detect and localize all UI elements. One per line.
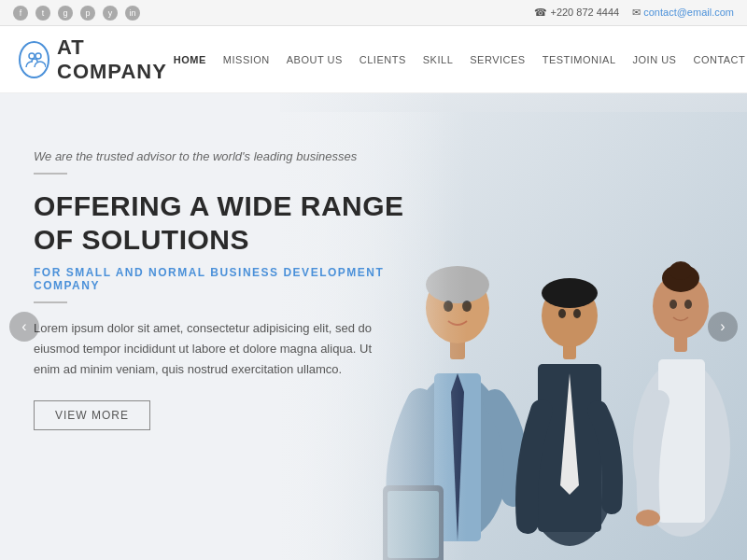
hero-description: Lorem ipsum dolor sit amet, consectetur … [34,318,379,380]
svg-point-30 [684,300,692,309]
carousel-prev-button[interactable]: ‹ [9,312,39,342]
svg-point-22 [573,309,581,318]
contact-info: ☎ +220 872 4444 ✉ contact@email.com [534,7,734,19]
svg-point-1 [35,53,41,59]
svg-point-21 [558,309,566,318]
email-link[interactable]: contact@email.com [643,7,734,18]
hero-tagline: We are the trusted advisor to the world'… [34,149,426,163]
nav-contact[interactable]: CONTACT [693,54,745,65]
nav-testimonial[interactable]: TESTIMONIAL [543,54,616,65]
carousel-next-button[interactable]: › [708,312,738,342]
nav-clients[interactable]: CLIENTS [359,54,406,65]
hero-content: We are the trusted advisor to the world'… [34,149,426,430]
social-google[interactable]: g [58,6,73,21]
hero-divider-1 [34,173,67,175]
header: AT COMPANY HOME MISSION ABOUT US CLIENTS… [0,26,747,93]
main-nav: HOME MISSION ABOUT US CLIENTS SKILL SERV… [174,49,747,70]
arrow-left-icon: ‹ [21,318,26,335]
email-icon: ✉ [632,7,643,18]
nav-home[interactable]: HOME [174,54,206,65]
svg-rect-24 [658,359,705,523]
social-facebook[interactable]: f [13,6,28,21]
view-more-button[interactable]: VIEW MORE [34,400,150,430]
hero-subtitle: FOR SMALL AND NORMAL BUSINESS DEVELOPMEN… [34,266,426,292]
svg-point-29 [669,300,677,309]
svg-point-0 [29,53,35,59]
social-linkedin[interactable]: in [125,6,140,21]
hero-divider-2 [34,301,67,303]
svg-point-28 [669,261,692,280]
phone-icon: ☎ [534,7,550,18]
nav-skill[interactable]: SKILL [423,54,453,65]
nav-services[interactable]: SERVICES [470,54,525,65]
arrow-right-icon: › [720,318,725,335]
phone-contact: ☎ +220 872 4444 [534,7,619,19]
top-bar: f t g p y in ☎ +220 872 4444 ✉ contact@e… [0,0,747,26]
social-pinterest[interactable]: p [80,6,95,21]
nav-about[interactable]: ABOUT US [287,54,343,65]
social-youtube[interactable]: y [103,6,118,21]
hero-section: We are the trusted advisor to the world'… [0,93,747,560]
logo[interactable]: AT COMPANY [19,35,174,84]
hero-title: OFFERING A WIDE RANGE OF SOLUTIONS [34,189,426,257]
svg-point-20 [542,278,598,308]
nav-join[interactable]: JOIN US [633,54,677,65]
logo-text: AT COMPANY [57,35,174,84]
nav-mission[interactable]: MISSION [223,54,270,65]
social-icons: f t g p y in [13,6,140,21]
email-contact: ✉ contact@email.com [632,7,734,19]
social-twitter[interactable]: t [35,6,50,21]
svg-point-31 [636,510,660,526]
logo-icon [19,41,49,78]
phone-number: +220 872 4444 [550,7,619,18]
